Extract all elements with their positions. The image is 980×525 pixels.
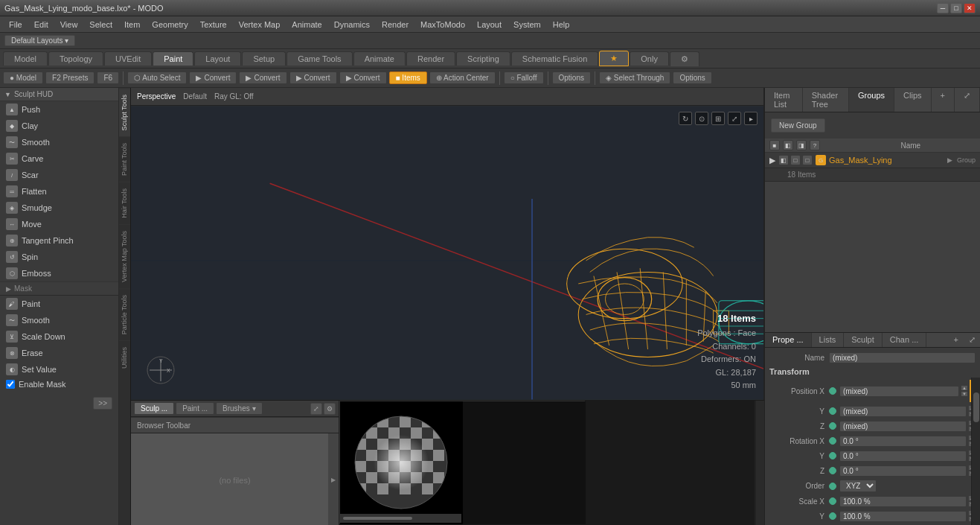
tab-topology[interactable]: Topology <box>48 51 103 66</box>
tab-uvedit[interactable]: UVEdit <box>104 51 152 66</box>
rot-x-radio[interactable] <box>829 437 836 445</box>
tab-paint[interactable]: Paint <box>153 51 193 66</box>
brush-scroll[interactable] <box>340 514 461 523</box>
menu-render[interactable]: Render <box>376 19 414 31</box>
vert-tab-sculpt[interactable]: Sculpt Tools <box>119 88 130 136</box>
tool-scar[interactable]: / Scar <box>0 167 118 183</box>
minimize-button[interactable]: ─ <box>937 3 949 13</box>
default-layouts-button[interactable]: Default Layouts ▾ <box>4 35 75 46</box>
menu-texture[interactable]: Texture <box>194 19 233 31</box>
menu-file[interactable]: File <box>3 19 28 31</box>
tool-clay[interactable]: ◆ Clay <box>0 118 118 134</box>
tab-render[interactable]: Render <box>406 51 455 66</box>
list-ctrl-2[interactable]: ◧ <box>783 140 793 150</box>
vp-expand-btn[interactable]: ⤢ <box>728 112 741 125</box>
menu-animate[interactable]: Animate <box>286 19 327 31</box>
bottom-settings-btn[interactable]: ⚙ <box>324 403 336 415</box>
tool-set-value[interactable]: ◐ Set Value <box>0 361 118 378</box>
menu-help[interactable]: Help <box>547 19 576 31</box>
list-ctrl-4[interactable]: ? <box>810 140 820 150</box>
convert2-btn[interactable]: ▶ Convert <box>239 71 286 84</box>
convert3-btn[interactable]: ▶ Convert <box>289 71 337 84</box>
menu-maxtomodo[interactable]: MaxToModo <box>414 19 471 31</box>
props-tab-channels[interactable]: Chan ... <box>883 333 927 347</box>
props-tab-sculpt[interactable]: Sculpt <box>844 333 883 347</box>
pos-y-value[interactable]: (mixed) <box>839 406 967 417</box>
right-tab-expand[interactable]: ⤢ <box>955 88 980 112</box>
menu-view[interactable]: View <box>54 19 84 31</box>
tool-scale-down[interactable]: ⊻ Scale Down <box>0 328 118 345</box>
tab-model[interactable]: Model <box>3 51 48 66</box>
rot-y-value[interactable]: 0.0 ° <box>839 451 967 462</box>
vert-tab-particle[interactable]: Particle Tools <box>119 288 130 340</box>
browser-scroll[interactable]: ▶ <box>328 433 339 525</box>
pos-x-down[interactable]: ▼ <box>961 391 968 397</box>
tool-erase[interactable]: ⊗ Erase <box>0 345 118 361</box>
menu-system[interactable]: System <box>507 19 547 31</box>
new-group-button[interactable]: New Group <box>771 118 825 133</box>
rot-x-value[interactable]: 0.0 ° <box>839 436 967 447</box>
order-radio[interactable] <box>829 483 836 490</box>
convert1-btn[interactable]: ▶ Convert <box>189 71 237 84</box>
options2-btn[interactable]: Options <box>673 71 711 84</box>
bottom-expand-btn[interactable]: ⤢ <box>310 403 322 415</box>
enable-mask-item[interactable]: Enable Mask <box>0 378 118 391</box>
items-btn[interactable]: ■ Items <box>389 71 427 84</box>
vp-reset-btn[interactable]: ⊙ <box>695 112 708 125</box>
rot-z-value[interactable]: 0.0 ° <box>839 465 967 477</box>
tab-scripting[interactable]: Scripting <box>456 51 510 66</box>
tool-smooth[interactable]: 〜 Smooth <box>0 134 118 150</box>
pos-y-radio[interactable] <box>829 407 836 415</box>
pos-z-value[interactable]: (mixed) <box>839 421 967 432</box>
scale-x-value[interactable]: 100.0 % <box>839 496 967 507</box>
tab-settings[interactable]: ⚙ <box>670 51 699 66</box>
scale-y-radio[interactable] <box>829 512 836 520</box>
scale-x-radio[interactable] <box>829 497 836 505</box>
tool-carve[interactable]: ✂ Carve <box>0 150 118 167</box>
props-tab-lists[interactable]: Lists <box>812 333 845 347</box>
convert4-btn[interactable]: ▶ Convert <box>339 71 387 84</box>
vp-menu-btn[interactable]: ▸ <box>744 112 758 125</box>
enable-mask-checkbox[interactable] <box>6 380 15 389</box>
list-ctrl-3[interactable]: ◨ <box>796 140 807 150</box>
right-tab-clips[interactable]: Clips <box>894 88 931 112</box>
tool-push[interactable]: ▲ Push <box>0 101 118 118</box>
tool-smudge[interactable]: ◈ Smudge <box>0 200 118 216</box>
item-ctrl-2[interactable]: □ <box>790 155 801 165</box>
rot-y-radio[interactable] <box>829 452 836 459</box>
pos-z-radio[interactable] <box>829 422 836 430</box>
pos-x-radio[interactable] <box>829 387 836 395</box>
tool-paint-mask[interactable]: 🖌 Paint <box>0 296 118 312</box>
menu-dynamics[interactable]: Dynamics <box>328 19 376 31</box>
sculpt-tab-paint[interactable]: Paint ... <box>176 402 214 415</box>
vert-tab-vertexmap[interactable]: Vertex Map Tools <box>119 224 130 288</box>
tab-only[interactable]: Only <box>630 51 669 66</box>
menu-layout[interactable]: Layout <box>471 19 507 31</box>
list-ctrl-1[interactable]: ■ <box>769 140 780 150</box>
autoselect-btn[interactable]: ⬡ Auto Select <box>127 71 187 84</box>
falloff-btn[interactable]: ○ Falloff <box>504 71 544 84</box>
default-label[interactable]: Default <box>183 92 207 101</box>
tool-emboss[interactable]: ⬡ Emboss <box>0 265 118 281</box>
model-tab-btn[interactable]: ● Model <box>3 71 43 84</box>
f6-btn[interactable]: F6 <box>97 71 119 84</box>
bottom-scrollbar[interactable] <box>755 401 764 525</box>
tab-gametools[interactable]: Game Tools <box>286 51 353 66</box>
tab-schematic[interactable]: Schematic Fusion <box>511 51 598 66</box>
scrollbar-thumb[interactable] <box>973 392 979 422</box>
tool-spin[interactable]: ↺ Spin <box>0 249 118 265</box>
tool-move[interactable]: ↔ Move <box>0 216 118 232</box>
menu-edit[interactable]: Edit <box>28 19 54 31</box>
options1-btn[interactable]: Options <box>552 71 591 84</box>
pos-x-value[interactable]: (mixed) <box>839 386 959 397</box>
maximize-button[interactable]: □ <box>950 3 962 13</box>
tab-setup[interactable]: Setup <box>242 51 286 66</box>
brush-thumbnail-1[interactable] <box>339 401 462 524</box>
item-ctrl-1[interactable]: ◧ <box>778 155 789 165</box>
rot-z-radio[interactable] <box>829 467 836 474</box>
tool-smooth-mask[interactable]: 〜 Smooth <box>0 312 118 328</box>
vp-rotate-btn[interactable]: ↻ <box>679 112 692 125</box>
item-row[interactable]: ▶ ◧ □ □ G Gas_Mask_Lying ▶ Group <box>765 153 980 168</box>
viewport[interactable]: Perspective Default Ray GL: Off <box>131 88 764 400</box>
close-button[interactable]: ✕ <box>964 3 976 13</box>
